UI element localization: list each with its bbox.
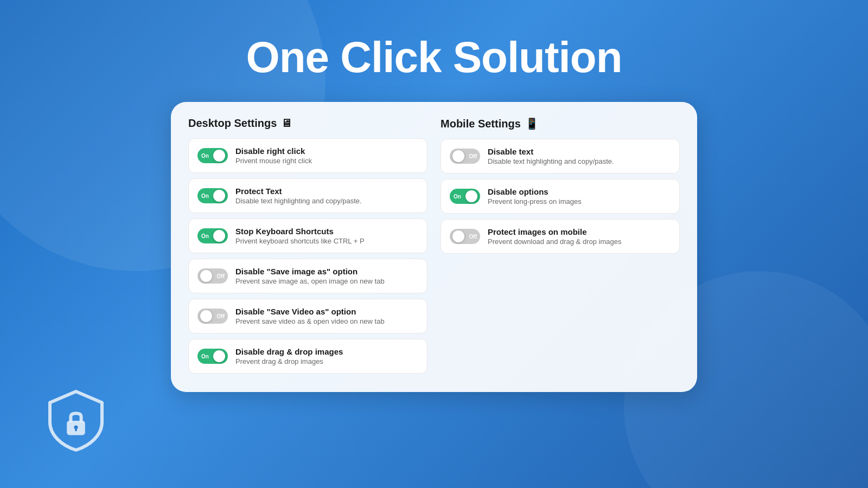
toggle-disable-save-video[interactable]: Off: [197, 309, 228, 324]
toggle-knob-protect-images-mobile: [452, 230, 464, 242]
setting-info-disable-save-image: Disable "Save image as" optionPrevent sa…: [235, 267, 418, 285]
setting-label-disable-save-video: Disable "Save Video as" option: [235, 307, 418, 316]
setting-row-disable-text-mobile: OffDisable textDisable text highlighting…: [441, 139, 680, 174]
setting-row-stop-keyboard-shortcuts: OnStop Keyboard ShortcutsPrivent keyboar…: [188, 219, 427, 253]
toggle-protect-text[interactable]: On: [197, 188, 228, 203]
setting-info-protect-text: Protect TextDisable text highlighting an…: [235, 187, 418, 205]
toggle-knob-protect-text: [213, 190, 225, 202]
setting-desc-disable-right-click: Privent mouse right click: [235, 157, 418, 165]
toggle-disable-right-click[interactable]: On: [197, 148, 228, 163]
mobile-icon: 📱: [525, 117, 539, 130]
desktop-settings-list: OnDisable right clickPrivent mouse right…: [188, 138, 427, 379]
mobile-panel: Mobile Settings 📱 OffDisable textDisable…: [441, 117, 680, 379]
setting-row-disable-save-image: OffDisable "Save image as" optionPrevent…: [188, 259, 427, 293]
setting-info-disable-save-video: Disable "Save Video as" optionPrevent sa…: [235, 307, 418, 325]
setting-label-disable-text-mobile: Disable text: [488, 147, 671, 156]
setting-info-protect-images-mobile: Protect images on mobilePrevent download…: [488, 227, 671, 246]
page-title: One Click Solution: [246, 33, 622, 82]
setting-label-disable-options-mobile: Disable options: [488, 187, 671, 196]
setting-row-disable-options-mobile: OnDisable optionsPrevent long-press on i…: [441, 179, 680, 214]
toggle-disable-options-mobile[interactable]: On: [450, 189, 480, 204]
setting-label-disable-drag-drop: Disable drag & drop images: [235, 347, 418, 356]
toggle-knob-stop-keyboard-shortcuts: [213, 230, 225, 242]
desktop-panel-label: Desktop Settings: [188, 117, 277, 130]
mobile-panel-title: Mobile Settings 📱: [441, 117, 680, 130]
setting-label-stop-keyboard-shortcuts: Stop Keyboard Shortcuts: [235, 227, 418, 236]
setting-info-disable-drag-drop: Disable drag & drop imagesPrevent drag &…: [235, 347, 418, 365]
toggle-label-disable-right-click: On: [201, 153, 209, 159]
toggle-disable-save-image[interactable]: Off: [197, 268, 228, 284]
toggle-label-disable-text-mobile: Off: [469, 153, 477, 159]
desktop-panel: Desktop Settings 🖥 OnDisable right click…: [188, 117, 427, 379]
desktop-icon: 🖥: [281, 117, 292, 130]
setting-info-disable-text-mobile: Disable textDisable text highlighting an…: [488, 147, 671, 165]
toggle-protect-images-mobile[interactable]: Off: [450, 229, 480, 244]
setting-desc-stop-keyboard-shortcuts: Privent keyboard shortcuts like CTRL + P: [235, 237, 418, 245]
mobile-settings-list: OffDisable textDisable text highlighting…: [441, 139, 680, 259]
setting-desc-protect-images-mobile: Prevent download and drag & drop images: [488, 237, 671, 246]
toggle-knob-disable-save-image: [200, 270, 212, 282]
setting-info-disable-right-click: Disable right clickPrivent mouse right c…: [235, 146, 418, 165]
setting-info-disable-options-mobile: Disable optionsPrevent long-press on ima…: [488, 187, 671, 206]
setting-label-protect-text: Protect Text: [235, 187, 418, 196]
setting-desc-disable-options-mobile: Prevent long-press on images: [488, 197, 671, 206]
setting-row-protect-images-mobile: OffProtect images on mobilePrevent downl…: [441, 219, 680, 254]
toggle-disable-text-mobile[interactable]: Off: [450, 149, 480, 164]
setting-desc-protect-text: Disable text highlighting and copy/paste…: [235, 197, 418, 205]
toggle-knob-disable-drag-drop: [213, 350, 225, 362]
setting-desc-disable-text-mobile: Disable text highlighting and copy/paste…: [488, 157, 671, 165]
setting-label-disable-right-click: Disable right click: [235, 146, 418, 156]
setting-row-disable-drag-drop: OnDisable drag & drop imagesPrevent drag…: [188, 339, 427, 374]
setting-label-disable-save-image: Disable "Save image as" option: [235, 267, 418, 276]
setting-info-stop-keyboard-shortcuts: Stop Keyboard ShortcutsPrivent keyboard …: [235, 227, 418, 245]
setting-row-disable-save-video: OffDisable "Save Video as" optionPrevent…: [188, 299, 427, 333]
toggle-stop-keyboard-shortcuts[interactable]: On: [197, 228, 228, 243]
settings-card: Desktop Settings 🖥 OnDisable right click…: [171, 102, 697, 392]
toggle-knob-disable-save-video: [200, 310, 212, 322]
toggle-label-disable-save-video: Off: [217, 313, 225, 319]
toggle-label-disable-drag-drop: On: [201, 354, 209, 359]
shield-lock-icon: [43, 388, 108, 455]
setting-desc-disable-drag-drop: Prevent drag & drop images: [235, 357, 418, 365]
toggle-label-protect-text: On: [201, 193, 209, 199]
setting-desc-disable-save-image: Prevent save image as, open image on new…: [235, 277, 418, 285]
setting-desc-disable-save-video: Prevent save video as & open video on ne…: [235, 317, 418, 325]
svg-rect-2: [75, 427, 77, 431]
toggle-label-stop-keyboard-shortcuts: On: [201, 233, 209, 239]
toggle-label-disable-save-image: Off: [217, 273, 225, 279]
toggle-knob-disable-options-mobile: [465, 190, 477, 202]
toggle-label-disable-options-mobile: On: [454, 194, 461, 200]
toggle-knob-disable-right-click: [213, 150, 225, 162]
mobile-panel-label: Mobile Settings: [441, 118, 521, 130]
toggle-label-protect-images-mobile: Off: [469, 234, 477, 240]
toggle-knob-disable-text-mobile: [452, 150, 464, 162]
setting-label-protect-images-mobile: Protect images on mobile: [488, 227, 671, 236]
setting-row-disable-right-click: OnDisable right clickPrivent mouse right…: [188, 138, 427, 173]
toggle-disable-drag-drop[interactable]: On: [197, 349, 228, 364]
setting-row-protect-text: OnProtect TextDisable text highlighting …: [188, 178, 427, 213]
desktop-panel-title: Desktop Settings 🖥: [188, 117, 427, 130]
